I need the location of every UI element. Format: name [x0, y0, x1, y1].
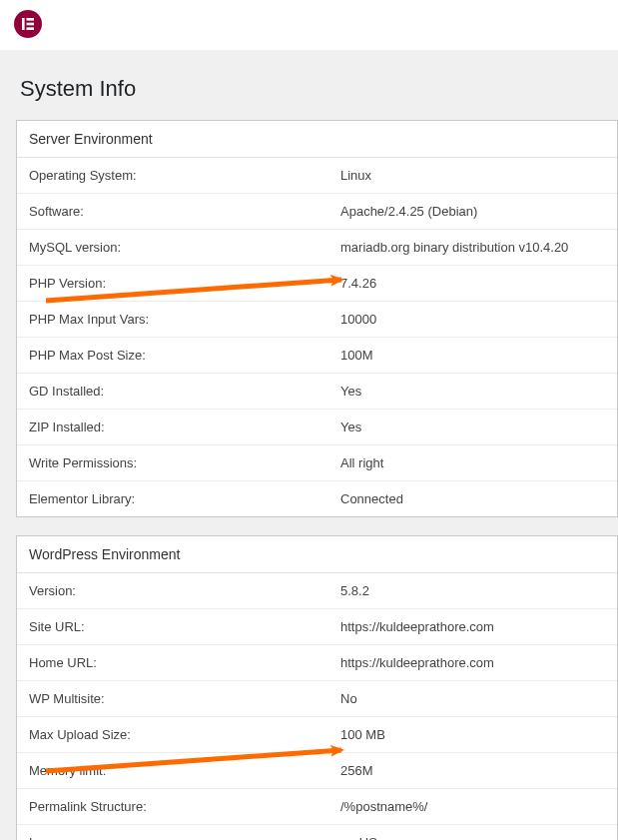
os-label: Operating System:: [17, 158, 336, 193]
table-row: MySQL version: mariadb.org binary distri…: [17, 230, 617, 266]
wordpress-environment-panel: WordPress Environment Version: 5.8.2 Sit…: [16, 535, 618, 840]
mysql-label: MySQL version:: [17, 230, 336, 265]
table-row: Elementor Library: Connected: [17, 481, 617, 516]
server-env-body: Operating System: Linux Software: Apache…: [17, 158, 617, 516]
table-row: WP Multisite: No: [17, 681, 617, 717]
table-row: Operating System: Linux: [17, 158, 617, 194]
php-max-input-label: PHP Max Input Vars:: [17, 302, 336, 337]
server-environment-panel: Server Environment Operating System: Lin…: [16, 120, 618, 517]
table-row: Memory limit: 256M: [17, 753, 617, 789]
table-row: Permalink Structure: /%postname%/: [17, 789, 617, 825]
os-value: Linux: [336, 158, 617, 193]
table-row: PHP Version: 7.4.26: [17, 266, 617, 302]
permalink-value: /%postname%/: [336, 789, 617, 824]
software-value: Apache/2.4.25 (Debian): [336, 194, 617, 229]
top-bar: [0, 0, 618, 50]
wp-env-heading: WordPress Environment: [17, 536, 617, 573]
page-title: System Info: [20, 76, 618, 102]
table-row: Site URL: https://kuldeeprathore.com: [17, 609, 617, 645]
table-row: ZIP Installed: Yes: [17, 410, 617, 445]
wp-env-body: Version: 5.8.2 Site URL: https://kuldeep…: [17, 573, 617, 840]
gd-label: GD Installed:: [17, 374, 336, 409]
table-row: Write Permissions: All right: [17, 445, 617, 481]
site-url-value: https://kuldeeprathore.com: [336, 609, 617, 644]
multisite-label: WP Multisite:: [17, 681, 336, 716]
language-label: Language:: [17, 825, 336, 840]
permalink-label: Permalink Structure:: [17, 789, 336, 824]
table-row: Home URL: https://kuldeeprathore.com: [17, 645, 617, 681]
language-value: en-US: [336, 825, 617, 840]
zip-value: Yes: [336, 410, 617, 444]
home-url-value: https://kuldeeprathore.com: [336, 645, 617, 680]
home-url-label: Home URL:: [17, 645, 336, 680]
svg-rect-2: [27, 23, 35, 26]
software-label: Software:: [17, 194, 336, 229]
table-row: Language: en-US: [17, 825, 617, 840]
mysql-value: mariadb.org binary distribution v10.4.20: [336, 230, 617, 265]
svg-rect-1: [27, 18, 35, 21]
write-perms-label: Write Permissions:: [17, 445, 336, 480]
memory-limit-value: 256M: [336, 753, 617, 788]
server-env-heading: Server Environment: [17, 121, 617, 158]
library-value: Connected: [336, 481, 617, 516]
table-row: GD Installed: Yes: [17, 374, 617, 410]
max-upload-label: Max Upload Size:: [17, 717, 336, 752]
wp-version-label: Version:: [17, 573, 336, 608]
main-content: System Info Server Environment Operating…: [0, 50, 618, 840]
wp-version-value: 5.8.2: [336, 573, 617, 608]
table-row: Software: Apache/2.4.25 (Debian): [17, 194, 617, 230]
zip-label: ZIP Installed:: [17, 410, 336, 444]
library-label: Elementor Library:: [17, 481, 336, 516]
write-perms-value: All right: [336, 445, 617, 480]
site-url-label: Site URL:: [17, 609, 336, 644]
table-row: PHP Max Post Size: 100M: [17, 338, 617, 374]
php-version-label: PHP Version:: [17, 266, 336, 301]
php-max-input-value: 10000: [336, 302, 617, 337]
table-row: PHP Max Input Vars: 10000: [17, 302, 617, 338]
svg-rect-3: [27, 27, 35, 30]
elementor-logo-icon[interactable]: [14, 10, 42, 38]
max-upload-value: 100 MB: [336, 717, 617, 752]
php-version-value: 7.4.26: [336, 266, 617, 301]
memory-limit-label: Memory limit:: [17, 753, 336, 788]
gd-value: Yes: [336, 374, 617, 409]
svg-rect-0: [22, 18, 25, 30]
table-row: Version: 5.8.2: [17, 573, 617, 609]
php-max-post-value: 100M: [336, 338, 617, 373]
multisite-value: No: [336, 681, 617, 716]
php-max-post-label: PHP Max Post Size:: [17, 338, 336, 373]
table-row: Max Upload Size: 100 MB: [17, 717, 617, 753]
